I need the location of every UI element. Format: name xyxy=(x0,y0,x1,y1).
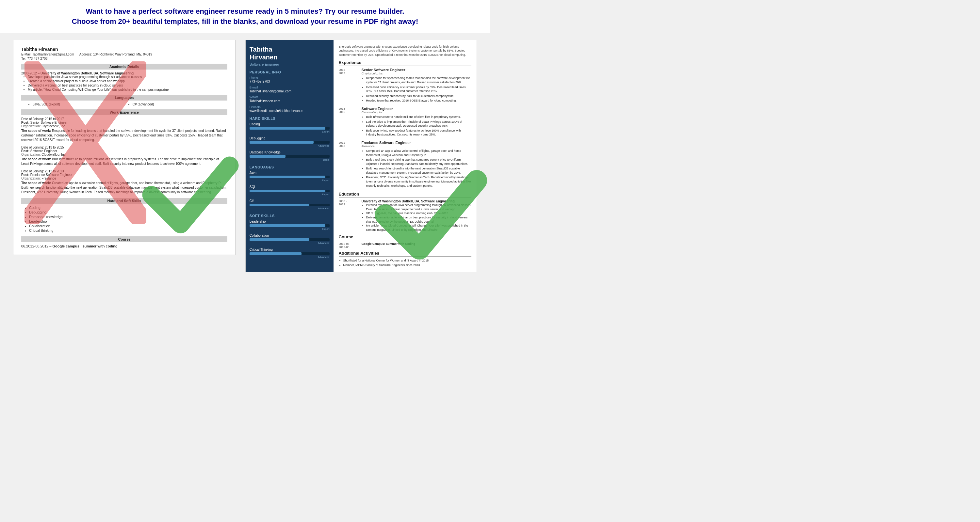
lang-sql: SQL Expert xyxy=(250,185,329,196)
skill-debugging-bar xyxy=(250,141,329,144)
additional-activities-list: Shortlisted for a National Center for Wo… xyxy=(339,259,471,267)
section-course: Course xyxy=(21,236,228,242)
exp1-b3: Reduced security breaches by 73% for all… xyxy=(366,94,471,98)
exp1-title: Senior Software Engineer xyxy=(362,68,471,72)
soft-collaboration-name: Collaboration xyxy=(250,234,329,237)
sidebar-email: E-mail TabithaHirvanen@gmail.com xyxy=(250,86,329,93)
right-additional-title: Additional Activities xyxy=(339,251,471,257)
skill-db-level: Basic xyxy=(250,158,329,161)
right-education-title: Education xyxy=(339,192,471,197)
banner-line1: Want to have a perfect software engineer… xyxy=(13,6,477,17)
course-right-1: 2012-06 -2012-08 Google Campus: Summer w… xyxy=(339,242,471,249)
exp1-dates: 2015 -2017 xyxy=(339,68,362,103)
sidebar-www-label: WWW xyxy=(250,96,329,99)
exp2-b1: Built infrastructure to handle millions … xyxy=(366,115,471,119)
address-label: Address: xyxy=(80,52,92,56)
soft-leadership: Leadership Expert xyxy=(250,220,329,230)
lang-java-level: Expert xyxy=(250,179,329,182)
exp1-b4: Headed team that received 2016 BOSSIE aw… xyxy=(366,98,471,103)
exp3-company: Freelance xyxy=(362,144,471,148)
right-course-title: Course xyxy=(339,235,471,240)
sidebar-phone: Phone 773-457-2703 xyxy=(250,76,329,83)
exp2-b2: Led the drive to implement the Principle… xyxy=(366,120,471,128)
exp2-title: Software Engineer xyxy=(362,107,471,111)
exp1-b2: Increased code efficiency of customer po… xyxy=(366,85,471,94)
exp3-b3: Built new search functionality into the … xyxy=(366,167,471,175)
work3-org: Organization: Freelance xyxy=(21,177,228,180)
work3-post: Post: Freelance Software Engineer xyxy=(21,173,228,177)
acad-bullet-1: Developed passion for Java server progra… xyxy=(28,75,228,79)
skill-coding-bar xyxy=(250,127,329,130)
skill-6: Critical thinking xyxy=(29,228,228,232)
work1-dates: Date of Joining: 2015 to 2017 xyxy=(21,117,228,121)
skill-coding-level: Expert xyxy=(250,130,329,133)
exp3-title: Freelance Software Engineer xyxy=(362,141,471,144)
right-experience-title: Experience xyxy=(339,60,471,66)
section-skills: Hard and Soft Skills xyxy=(21,198,228,204)
course-dates: 06.2012-08.2012 – xyxy=(21,244,52,248)
section-languages: Languages xyxy=(21,95,228,100)
exp2-dates: 2013 -2015 xyxy=(339,107,362,137)
acad-bullet-2: Created a senior scholar project to buil… xyxy=(28,79,228,83)
soft-critical-name: Critical Thinking xyxy=(250,248,329,251)
resume-sidebar: Tabitha Hirvanen Software Engineer Perso… xyxy=(246,40,334,272)
soft-collaboration: Collaboration Advanced xyxy=(250,234,329,244)
soft-leadership-bar xyxy=(250,224,329,227)
skill-1: Coding xyxy=(29,206,228,209)
sidebar-title: Software Engineer xyxy=(250,62,329,66)
email-label: E-Mail: xyxy=(21,52,31,56)
lang-java-name: Java xyxy=(250,171,329,175)
skill-db: Database Knowledge Basic xyxy=(250,151,329,161)
additional-2: Member, IAENG Society of Software Engine… xyxy=(343,263,471,268)
exp2-b3: Built security into new product features… xyxy=(366,129,471,137)
soft-critical: Critical Thinking Advanced xyxy=(250,248,329,259)
languages-list: Java, SQL (expert) C# (advanced) xyxy=(21,103,228,106)
section-academic: Academic Details xyxy=(21,63,228,70)
lang-csharp-level: Advanced xyxy=(250,207,329,210)
acad-dates: 2008-2012 – xyxy=(21,71,40,75)
sidebar-name-line1: Tabitha xyxy=(250,45,329,53)
exp1-b1: Responsible for spearheading teams that … xyxy=(366,76,471,84)
additional-1: Shortlisted for a National Center for Wo… xyxy=(343,259,471,263)
sidebar-email-label: E-mail xyxy=(250,86,329,89)
sidebar-hard-skills-title: Hard Skills xyxy=(250,117,329,121)
edu1-dates: 2008 -2012 xyxy=(339,200,362,232)
exp3-b4: President, XYZ University Young Women in… xyxy=(366,175,471,188)
course-entry: 06.2012-08.2012 – Google campus : summer… xyxy=(21,244,228,248)
sidebar-name-block: Tabitha Hirvanen Software Engineer xyxy=(250,45,329,66)
work1-post: Post: Senior Software Engineer xyxy=(21,121,228,124)
edu1-b2: VP of Jugger-Is, the campus machine lear… xyxy=(366,211,471,216)
skill-debugging: Debugging Advanced xyxy=(250,136,329,147)
sidebar-phone-label: Phone xyxy=(250,76,329,79)
skill-db-bar xyxy=(250,155,329,158)
lang-java-bar xyxy=(250,176,329,178)
lang-csharp: C# Advanced xyxy=(250,199,329,210)
lang-1: Java, SQL (expert) xyxy=(33,103,123,106)
acad-institution: University of Washington Bothell, BA, So… xyxy=(40,71,134,75)
left-contact-email: E-Mail: TabithaHirvanen@gmail.com Addres… xyxy=(21,52,228,56)
skill-db-name: Database Knowledge xyxy=(250,151,329,154)
skill-debugging-level: Advanced xyxy=(250,144,329,147)
top-banner: Want to have a perfect software engineer… xyxy=(0,0,490,33)
left-name: Tabitha Hirvanen xyxy=(21,47,228,52)
edu1-b3: Delivered an actionable webinar on best … xyxy=(366,216,471,224)
exp1-company: Cryptoconic, Inc. xyxy=(362,72,471,75)
exp-entry-2: 2013 -2015 Software Engineer Cloudwallop… xyxy=(339,107,471,137)
sidebar-linkedin-label: LinkedIn xyxy=(250,105,329,109)
work2-dates: Date of Joining: 2013 to 2015 xyxy=(21,146,228,149)
exp-entry-1: 2015 -2017 Senior Software Engineer Cryp… xyxy=(339,68,471,103)
work1-desc: The scope of work: Responsible for leadi… xyxy=(21,129,228,142)
sidebar-phone-value: 773-457-2703 xyxy=(250,80,329,83)
work2-org: Organization: Cloudwallop, Inc. xyxy=(21,153,228,156)
soft-critical-level: Advanced xyxy=(250,255,329,259)
course1-dates: 2012-06 -2012-08 xyxy=(339,242,362,249)
soft-leadership-level: Expert xyxy=(250,227,329,230)
lang-2: C# (advanced) xyxy=(133,103,223,106)
lang-csharp-name: C# xyxy=(250,199,329,203)
acad-bullet-4: My article, "How Cloud Computing Will Ch… xyxy=(28,88,228,91)
edu1-b1: Pursued my passion for Java server progr… xyxy=(366,203,471,211)
address-value: 134 Rightward Way Portland, ME, 04019 xyxy=(93,52,152,56)
soft-critical-bar xyxy=(250,252,329,255)
work-entry-3: Date of Joining: 2012 to 2013 Post: Free… xyxy=(21,170,228,195)
work2-post: Post: Software Engineer xyxy=(21,149,228,153)
